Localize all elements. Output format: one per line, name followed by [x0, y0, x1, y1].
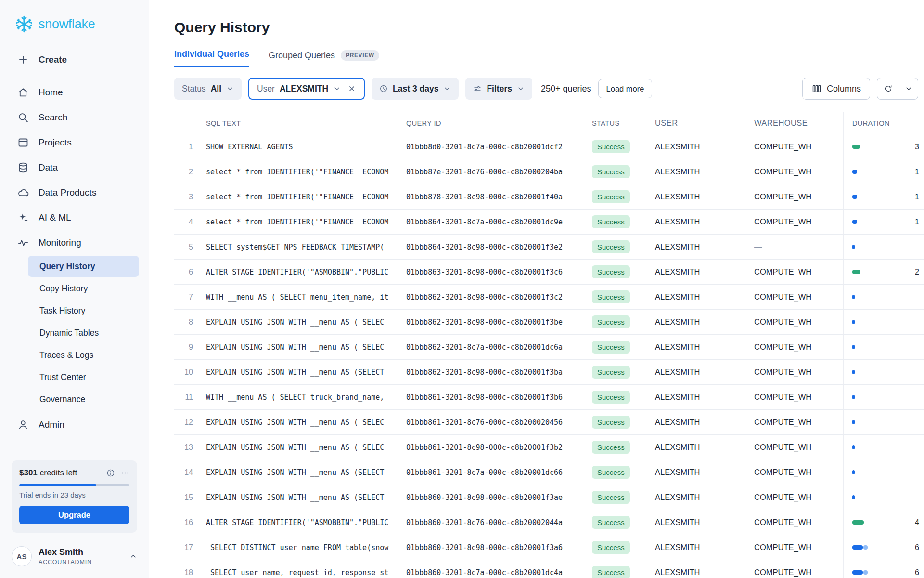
table-row[interactable]: 14EXPLAIN USING JSON WITH __menu AS (SEL… [174, 460, 924, 485]
credits-progress-fill [19, 484, 96, 486]
warehouse-header[interactable]: WAREHOUSE [747, 112, 843, 134]
status-filter[interactable]: Status All [174, 78, 242, 100]
sql-text-header[interactable]: SQL TEXT [201, 112, 398, 134]
user-filter[interactable]: User ALEXSMITH [248, 78, 365, 100]
sidebar-item-governance[interactable]: Governance [28, 389, 139, 410]
sidebar-item-dynamic-tables[interactable]: Dynamic Tables [28, 322, 139, 343]
cloud-icon [17, 187, 29, 198]
user-cell: ALEXSMITH [648, 560, 747, 578]
filters-dropdown[interactable]: Filters [465, 78, 532, 100]
duration-bar [852, 295, 855, 299]
sidebar-item-copy-history[interactable]: Copy History [28, 278, 139, 299]
table-row[interactable]: 7WITH __menu AS ( SELECT menu_item_name,… [174, 285, 924, 310]
warehouse-cell: COMPUTE_WH [747, 535, 843, 560]
duration-cell [843, 435, 924, 460]
row-number-header [174, 112, 201, 134]
row-number: 18 [174, 560, 201, 578]
duration-bar [852, 245, 855, 249]
warehouse-cell: COMPUTE_WH [747, 460, 843, 485]
status-badge: Success [592, 165, 630, 178]
credits-progress-bar [19, 484, 129, 486]
duration-cell: 4 [843, 510, 924, 535]
sub-item-label: Trust Center [39, 372, 86, 382]
sidebar-item-projects[interactable]: Projects [0, 130, 149, 155]
user-header[interactable]: USER [648, 112, 747, 134]
status-badge: Success [592, 341, 630, 354]
chevron-up-icon[interactable] [129, 552, 137, 560]
sql-text-cell: SELECT user_name, request_id, response_s… [201, 560, 398, 578]
user-filter-label: User [257, 84, 275, 94]
sidebar-item-task-history[interactable]: Task History [28, 300, 139, 321]
table-row[interactable]: 2select * from IDENTIFIER('"FINANCE__ECO… [174, 159, 924, 184]
duration-bar [852, 370, 855, 374]
table-row[interactable]: 9EXPLAIN USING JSON WITH __menu AS ( SEL… [174, 335, 924, 360]
query-id-cell: 01bbb863-3201-8c98-000c-c8b20001f3c6 [398, 260, 586, 284]
sidebar-item-data-products[interactable]: Data Products [0, 180, 149, 205]
sidebar-item-monitoring[interactable]: Monitoring [0, 230, 149, 255]
sparkles-icon [17, 212, 29, 223]
status-badge: Success [592, 516, 630, 529]
table-row[interactable]: 3select * from IDENTIFIER('"FINANCE__ECO… [174, 184, 924, 210]
user-menu[interactable]: AS Alex Smith ACCOUNTADMIN [0, 538, 149, 578]
duration-cell: 6 [843, 560, 924, 578]
table-row[interactable]: 10EXPLAIN USING JSON WITH __menu AS (SEL… [174, 360, 924, 385]
sub-item-label: Traces & Logs [39, 350, 93, 360]
refresh-options-button[interactable] [899, 78, 918, 99]
duration-bar [852, 570, 868, 575]
sidebar-item-traces-logs[interactable]: Traces & Logs [28, 344, 139, 366]
table-row[interactable]: 1SHOW EXTERNAL AGENTS01bbb8d0-3201-8c7a-… [174, 134, 924, 159]
duration-label: 6 [915, 543, 919, 552]
table-row[interactable]: 15EXPLAIN USING JSON WITH __menu AS (SEL… [174, 485, 924, 510]
page-title: Query History [174, 19, 924, 36]
sidebar-item-search[interactable]: Search [0, 105, 149, 130]
duration-bar [852, 470, 855, 474]
duration-cell [843, 360, 924, 384]
filters-label: Filters [487, 84, 512, 94]
sql-text-cell: EXPLAIN USING JSON WITH __menu AS ( SELE… [201, 335, 398, 359]
duration-cell: 2 [843, 260, 924, 284]
credits-amount: $301 [19, 468, 38, 478]
info-icon[interactable] [106, 469, 115, 477]
time-range-filter[interactable]: Last 3 days [372, 78, 459, 100]
warehouse-cell: COMPUTE_WH [747, 285, 843, 309]
snowflake-logo[interactable]: snowflake [0, 14, 149, 34]
table-row[interactable]: 5SELECT system$GET_NPS_FEEDBACK_TIMESTAM… [174, 235, 924, 260]
sidebar-item-data[interactable]: Data [0, 155, 149, 180]
table-row[interactable]: 8EXPLAIN USING JSON WITH __menu AS ( SEL… [174, 310, 924, 335]
refresh-button[interactable] [877, 78, 899, 99]
table-row[interactable]: 12EXPLAIN USING JSON WITH __menu AS ( SE… [174, 410, 924, 435]
status-header[interactable]: STATUS [586, 112, 648, 134]
duration-cell [843, 335, 924, 359]
create-button[interactable]: Create [17, 54, 139, 66]
upgrade-button[interactable]: Upgrade [19, 506, 129, 524]
more-options-icon[interactable] [121, 469, 129, 477]
query-id-header[interactable]: QUERY ID [398, 112, 586, 134]
table-row[interactable]: 17 SELECT DISTINCT user_name FROM table(… [174, 535, 924, 560]
load-more-button[interactable]: Load more [598, 79, 653, 98]
table-row[interactable]: 11WITH __menu AS ( SELECT truck_brand_na… [174, 385, 924, 410]
columns-button[interactable]: Columns [802, 78, 870, 100]
duration-label: 3 [915, 143, 919, 151]
query-id-cell: 01bbb860-3201-8c7a-000c-c8b20001dc4a [398, 560, 586, 578]
tab-individual-queries[interactable]: Individual Queries [174, 49, 249, 67]
table-row[interactable]: 13EXPLAIN USING JSON WITH __menu AS ( SE… [174, 435, 924, 460]
status-filter-label: Status [182, 84, 206, 94]
table-row[interactable]: 18 SELECT user_name, request_id, respons… [174, 560, 924, 578]
clock-icon [379, 84, 388, 93]
table-row[interactable]: 4select * from IDENTIFIER('"FINANCE__ECO… [174, 210, 924, 235]
sidebar-item-query-history[interactable]: Query History [28, 256, 139, 277]
table-row[interactable]: 6ALTER STAGE IDENTIFIER('"ASMOBBIN"."PUB… [174, 260, 924, 285]
tab-grouped-queries[interactable]: Grouped Queries PREVIEW [269, 50, 379, 67]
sidebar-item-ai-ml[interactable]: AI & ML [0, 205, 149, 230]
duration-header[interactable]: DURATION [843, 112, 924, 134]
row-number: 2 [174, 159, 201, 184]
duration-bar [852, 495, 855, 499]
row-number: 13 [174, 435, 201, 460]
sidebar-item-admin[interactable]: Admin [0, 412, 149, 437]
sidebar-item-trust-center[interactable]: Trust Center [28, 367, 139, 388]
duration-label: 1 [915, 193, 919, 201]
clear-user-filter-icon[interactable] [347, 84, 356, 93]
sidebar-item-home[interactable]: Home [0, 80, 149, 105]
table-row[interactable]: 16ALTER STAGE IDENTIFIER('"ASMOBBIN"."PU… [174, 510, 924, 535]
duration-cell [843, 460, 924, 485]
